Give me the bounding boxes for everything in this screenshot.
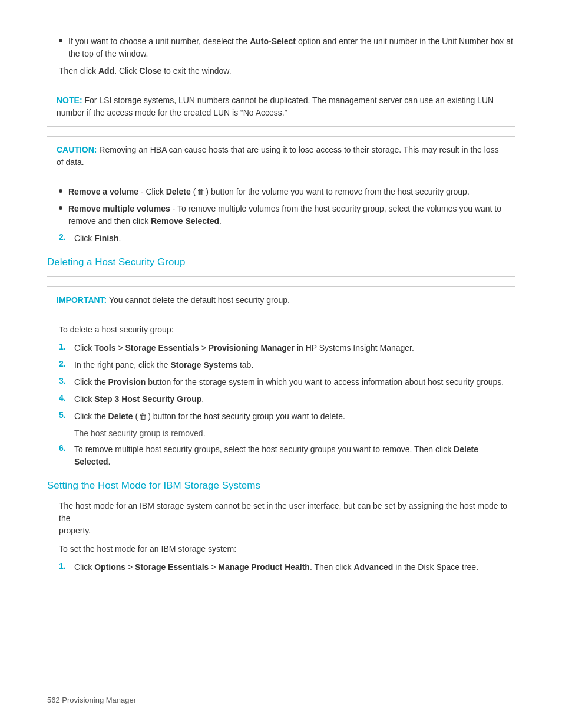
content-area: If you want to choose a unit number, des… — [47, 35, 515, 574]
del-step-6-num: 6. — [59, 443, 70, 453]
then-period: . Click — [114, 66, 139, 75]
close-bold: Close — [139, 66, 161, 75]
page: If you want to choose a unit number, des… — [0, 0, 562, 728]
delete-bold-2: Delete — [108, 411, 133, 421]
divider-1 — [47, 276, 515, 277]
note-box: NOTE: For LSI storage systems, LUN numbe… — [47, 87, 515, 127]
note-label: NOTE: — [57, 95, 82, 105]
bullet-remove-multiple-text: Remove multiple volumes - To remove mult… — [68, 203, 515, 228]
manage-health-bold: Manage Product Health — [218, 562, 310, 572]
tools-bold: Tools — [94, 343, 115, 353]
bullet-auto-select-text: If you want to choose a unit number, des… — [68, 35, 515, 60]
bullet-dot — [59, 39, 62, 42]
remove-selected-bold: Remove Selected — [151, 216, 219, 226]
important-label: IMPORTANT: — [57, 295, 107, 305]
deleting-heading: Deleting a Host Security Group — [47, 256, 515, 268]
trash-icon-1: 🗑 — [197, 186, 204, 198]
step-finish-text: Click Finish. — [74, 232, 515, 245]
step-finish-num: 2. — [59, 232, 70, 242]
bullet-remove-multiple: Remove multiple volumes - To remove mult… — [47, 203, 515, 228]
del-step-1-num: 1. — [59, 342, 70, 351]
del-step-3-text: Click the Provision button for the stora… — [74, 376, 515, 388]
del-step-4-num: 4. — [59, 393, 70, 403]
del-step-4: 4. Click Step 3 Host Security Group. — [59, 393, 515, 406]
hm-step-1-num: 1. — [59, 561, 70, 571]
delete-selected-bold: Delete Selected — [74, 444, 478, 466]
del-step-5-subtext: The host security group is removed. — [59, 427, 515, 440]
page-footer: 562 Provisioning Manager — [47, 696, 136, 704]
del-step-2: 2. In the right pane, click the Storage … — [59, 359, 515, 371]
bullet-dot-remove — [59, 189, 62, 193]
remove-volume-label: Remove a volume — [68, 187, 138, 196]
storage-essentials-bold-2: Storage Essentials — [135, 562, 209, 572]
del-step-6-text: To remove multiple host security groups,… — [74, 443, 515, 468]
add-bold: Add — [98, 66, 114, 75]
del-step-3: 3. Click the Provision button for the st… — [59, 376, 515, 388]
remove-volume-rest: button for the volume you want to remove… — [209, 187, 470, 196]
del-step-5-num: 5. — [59, 410, 70, 420]
remove-multiple-label: Remove multiple volumes — [68, 204, 170, 213]
deleting-steps: 1. Click Tools > Storage Essentials > Pr… — [47, 342, 515, 468]
then-prefix: Then click — [59, 66, 98, 75]
del-step-2-num: 2. — [59, 359, 70, 368]
host-mode-heading: Setting the Host Mode for IBM Storage Sy… — [47, 480, 515, 492]
step3-bold: Step 3 Host Security Group — [94, 394, 201, 404]
caution-text: Removing an HBA can cause hosts that are… — [57, 145, 499, 167]
deleting-intro: To delete a host security group: — [47, 324, 515, 336]
provision-bold: Provision — [108, 377, 146, 387]
advanced-bold: Advanced — [353, 562, 393, 572]
storage-systems-bold: Storage Systems — [170, 360, 237, 370]
host-mode-steps: 1. Click Options > Storage Essentials > … — [47, 561, 515, 574]
del-step-2-text: In the right pane, click the Storage Sys… — [74, 359, 515, 371]
note-text: For LSI storage systems, LUN numbers can… — [57, 95, 494, 117]
remove-volume-text: - Click — [138, 187, 166, 196]
del-step-6: 6. To remove multiple host security grou… — [59, 443, 515, 468]
bullet-remove-volume: Remove a volume - Click Delete (🗑) butto… — [47, 186, 515, 198]
del-step-5: 5. Click the Delete (🗑) button for the h… — [59, 410, 515, 423]
hm-step-1-text: Click Options > Storage Essentials > Man… — [74, 561, 515, 574]
remove-multiple-end: . — [219, 216, 222, 226]
del-step-5-text: Click the Delete (🗑) button for the host… — [74, 410, 515, 423]
bullet-auto-select: If you want to choose a unit number, des… — [47, 35, 515, 60]
bullet-dot-multiple — [59, 206, 62, 210]
then-click-add: Then click Add. Click Close to exit the … — [47, 65, 515, 77]
host-mode-para2: To set the host mode for an IBM storage … — [47, 543, 515, 555]
caution-box: CAUTION: Removing an HBA can cause hosts… — [47, 136, 515, 176]
bullet-remove-volume-text: Remove a volume - Click Delete (🗑) butto… — [68, 186, 515, 198]
storage-essentials-bold-1: Storage Essentials — [125, 343, 199, 353]
del-step-1-text: Click Tools > Storage Essentials > Provi… — [74, 342, 515, 354]
then-rest: to exit the window. — [161, 66, 231, 75]
provisioning-manager-bold: Provisioning Manager — [209, 343, 295, 353]
delete-bold: Delete — [166, 187, 191, 196]
del-step-1: 1. Click Tools > Storage Essentials > Pr… — [59, 342, 515, 354]
host-mode-para1: The host mode for an IBM storage system … — [47, 500, 515, 537]
important-text: You cannot delete the default host secur… — [107, 295, 290, 305]
caution-label: CAUTION: — [57, 145, 97, 154]
auto-select-bold: Auto-Select — [250, 37, 296, 46]
auto-select-prefix: If you want to choose a unit number, des… — [68, 37, 250, 46]
del-step-3-num: 3. — [59, 376, 70, 386]
options-bold: Options — [94, 562, 125, 572]
hm-step-1: 1. Click Options > Storage Essentials > … — [59, 561, 515, 574]
finish-bold: Finish — [94, 233, 118, 243]
del-step-4-text: Click Step 3 Host Security Group. — [74, 393, 515, 406]
important-box: IMPORTANT: You cannot delete the default… — [47, 286, 515, 314]
step-finish: 2. Click Finish. — [47, 232, 515, 245]
trash-icon-2: 🗑 — [139, 411, 147, 423]
